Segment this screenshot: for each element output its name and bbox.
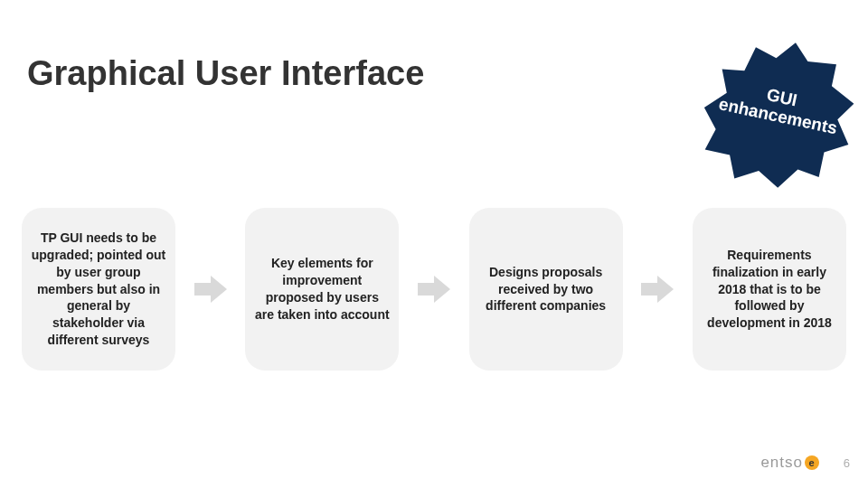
flow-card-4: Requirements finalization in early 2018 … (693, 208, 846, 371)
arrow-right-icon (641, 276, 674, 303)
footer-brand: entso e (760, 454, 819, 472)
footer-brand-text: entso (760, 454, 803, 472)
flow-card-4-text: Requirements finalization in early 2018 … (702, 247, 837, 332)
flow-card-2-text: Key elements for improvement proposed by… (254, 255, 390, 324)
arrow-right-icon (418, 276, 450, 303)
flow-card-1-text: TP GUI needs to be upgraded; pointed out… (31, 230, 166, 349)
process-flow: TP GUI needs to be upgraded; pointed out… (22, 208, 846, 371)
flow-card-2: Key elements for improvement proposed by… (245, 208, 399, 371)
footer-brand-badge: e (805, 455, 819, 470)
gui-enhancements-badge: GUI enhancements (701, 38, 859, 196)
flow-card-3: Designs proposals received by two differ… (469, 208, 623, 371)
flow-card-1: TP GUI needs to be upgraded; pointed out… (22, 208, 175, 371)
flow-card-3-text: Designs proposals received by two differ… (478, 264, 614, 315)
page-number: 6 (844, 456, 850, 470)
slide-title: Graphical User Interface (27, 54, 424, 93)
arrow-right-icon (194, 276, 227, 303)
